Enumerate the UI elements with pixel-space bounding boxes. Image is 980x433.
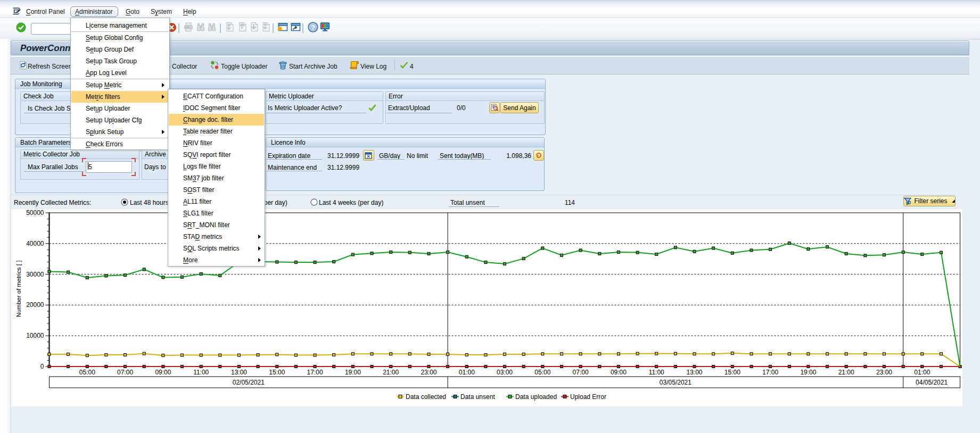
svg-text:09:00: 09:00: [155, 369, 171, 376]
svg-text:30000: 30000: [26, 271, 44, 278]
svg-text:13:00: 13:00: [231, 369, 247, 376]
svg-text:03/05/2021: 03/05/2021: [660, 379, 691, 386]
svg-text:15:00: 15:00: [724, 369, 740, 376]
svg-text:40000: 40000: [26, 240, 44, 247]
svg-text:23:00: 23:00: [421, 369, 437, 376]
svg-text:23:00: 23:00: [876, 369, 892, 376]
svg-text:05:00: 05:00: [534, 369, 550, 376]
svg-text:Data collected: Data collected: [406, 393, 446, 401]
svg-text:02/05/2021: 02/05/2021: [233, 379, 265, 386]
svg-text:17:00: 17:00: [307, 369, 323, 376]
svg-text:Number of metrics [ ]: Number of metrics [ ]: [15, 261, 22, 318]
svg-text:17:00: 17:00: [762, 369, 778, 376]
svg-text:19:00: 19:00: [345, 369, 361, 376]
svg-text:21:00: 21:00: [838, 369, 854, 376]
svg-text:Data uploaded: Data uploaded: [515, 393, 557, 401]
svg-text:20000: 20000: [26, 301, 44, 309]
svg-text:04/05/2021: 04/05/2021: [916, 379, 948, 386]
svg-text:13:00: 13:00: [686, 369, 702, 376]
svg-text:10000: 10000: [26, 332, 44, 339]
svg-text:50000: 50000: [26, 209, 44, 216]
svg-text:21:00: 21:00: [383, 369, 399, 376]
svg-text:Data unsent: Data unsent: [460, 393, 495, 401]
svg-text:03:00: 03:00: [497, 369, 513, 376]
svg-text:07:00: 07:00: [573, 369, 589, 376]
svg-text:11:00: 11:00: [649, 369, 664, 376]
svg-text:?: ?: [311, 23, 315, 31]
svg-text:01:00: 01:00: [459, 369, 475, 376]
svg-text:07:00: 07:00: [117, 369, 133, 376]
svg-text:15:00: 15:00: [269, 369, 285, 376]
svg-text:09:00: 09:00: [611, 369, 627, 376]
svg-text:Upload Error: Upload Error: [570, 393, 606, 401]
svg-text:01:00: 01:00: [914, 369, 930, 376]
svg-text:0: 0: [40, 363, 44, 370]
svg-text:19:00: 19:00: [800, 369, 816, 376]
svg-text:11:00: 11:00: [193, 369, 209, 376]
svg-text:05:00: 05:00: [79, 369, 95, 376]
